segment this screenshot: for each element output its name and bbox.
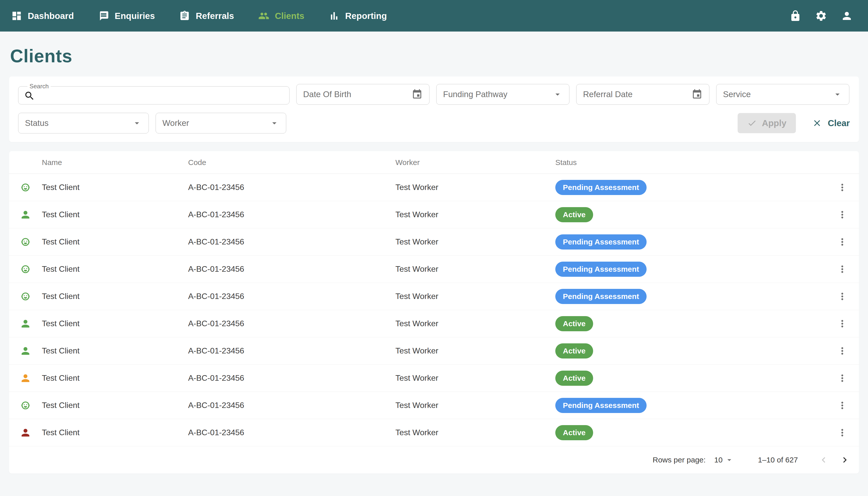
- chevron-down-icon: [553, 89, 563, 99]
- search-field[interactable]: Search: [18, 83, 289, 105]
- child-face-icon: [20, 182, 31, 193]
- more-vert-icon: [837, 345, 848, 356]
- funding-pathway-label: Funding Pathway: [443, 90, 553, 99]
- chat-bubble-icon: [98, 10, 109, 21]
- client-type-icon: [20, 209, 42, 220]
- column-header-status: Status: [555, 158, 826, 167]
- clear-button-label: Clear: [828, 118, 850, 128]
- clear-button[interactable]: Clear: [812, 118, 850, 128]
- table-row[interactable]: Test Client A-BC-01-23456 Test Worker Pe…: [9, 174, 859, 201]
- client-worker: Test Worker: [395, 428, 555, 437]
- client-type-icon: [20, 345, 42, 357]
- client-worker: Test Worker: [395, 292, 555, 301]
- chevron-right-icon: [839, 454, 850, 465]
- client-code: A-BC-01-23456: [188, 346, 395, 355]
- previous-page-button[interactable]: [818, 454, 829, 465]
- referral-date-label: Referral Date: [583, 90, 692, 99]
- settings-gear-icon: [815, 10, 827, 22]
- nav-item-enquiries[interactable]: Enquiries: [98, 10, 155, 21]
- client-type-icon: [20, 318, 42, 329]
- status-badge: Pending Assessment: [555, 180, 647, 195]
- nav-item-referrals[interactable]: Referrals: [179, 10, 234, 21]
- table-row[interactable]: Test Client A-BC-01-23456 Test Worker Ac…: [9, 310, 859, 337]
- child-face-icon: [20, 400, 31, 411]
- table-row[interactable]: Test Client A-BC-01-23456 Test Worker Pe…: [9, 283, 859, 310]
- client-type-icon: [20, 182, 42, 193]
- person-icon: [20, 427, 31, 438]
- child-face-icon: [20, 263, 31, 275]
- person-icon: [20, 209, 31, 220]
- client-name: Test Client: [42, 401, 188, 410]
- search-input[interactable]: [39, 91, 284, 100]
- person-icon: [20, 318, 31, 329]
- funding-pathway-select[interactable]: Funding Pathway: [436, 84, 569, 105]
- filter-row-1: Search Date Of Birth Funding Pathway Ref…: [18, 84, 850, 105]
- client-name: Test Client: [42, 428, 188, 437]
- client-name: Test Client: [42, 373, 188, 383]
- client-name: Test Client: [42, 264, 188, 274]
- column-header-code: Code: [188, 158, 395, 167]
- apply-button[interactable]: Apply: [738, 113, 796, 133]
- calendar-icon: [692, 89, 703, 100]
- nav-item-dashboard[interactable]: Dashboard: [11, 10, 74, 21]
- row-menu-button[interactable]: [837, 373, 848, 384]
- service-select[interactable]: Service: [716, 84, 849, 105]
- date-of-birth-field[interactable]: Date Of Birth: [296, 84, 429, 105]
- chevron-down-icon: [725, 455, 734, 464]
- nav-item-reporting[interactable]: Reporting: [329, 10, 387, 21]
- person-icon: [20, 372, 31, 384]
- row-menu-button[interactable]: [837, 236, 848, 248]
- chevron-down-icon: [269, 118, 280, 128]
- row-menu-button[interactable]: [837, 209, 848, 220]
- row-menu-button[interactable]: [837, 345, 848, 356]
- client-code: A-BC-01-23456: [188, 319, 395, 328]
- filter-row-2: Status Worker Apply Clear: [18, 113, 850, 134]
- clipboard-icon: [179, 10, 190, 21]
- row-menu-button[interactable]: [837, 400, 848, 411]
- status-select[interactable]: Status: [18, 113, 149, 134]
- next-page-button[interactable]: [839, 454, 850, 465]
- client-name: Test Client: [42, 292, 188, 301]
- service-label: Service: [723, 90, 833, 99]
- child-face-icon: [20, 291, 31, 302]
- client-type-icon: [20, 236, 42, 248]
- table-row[interactable]: Test Client A-BC-01-23456 Test Worker Ac…: [9, 337, 859, 365]
- date-of-birth-label: Date Of Birth: [303, 90, 412, 99]
- row-menu-button[interactable]: [837, 427, 848, 438]
- status-badge: Active: [555, 425, 593, 440]
- row-menu-button[interactable]: [837, 291, 848, 302]
- nav-item-clients[interactable]: Clients: [258, 10, 304, 21]
- nav-label: Reporting: [345, 11, 387, 21]
- status-badge: Pending Assessment: [555, 262, 647, 277]
- row-menu-button[interactable]: [837, 264, 848, 275]
- status-label: Status: [25, 118, 132, 128]
- apply-button-label: Apply: [762, 118, 786, 128]
- account-button[interactable]: [841, 10, 853, 22]
- referral-date-field[interactable]: Referral Date: [576, 84, 709, 105]
- lock-button[interactable]: [789, 10, 801, 22]
- filter-actions: Apply Clear: [738, 113, 850, 133]
- client-code: A-BC-01-23456: [188, 373, 395, 383]
- table-row[interactable]: Test Client A-BC-01-23456 Test Worker Ac…: [9, 365, 859, 392]
- more-vert-icon: [837, 291, 848, 302]
- row-menu-button[interactable]: [837, 182, 848, 193]
- table-row[interactable]: Test Client A-BC-01-23456 Test Worker Pe…: [9, 255, 859, 283]
- top-navbar: Dashboard Enquiries Referrals Clients Re…: [0, 0, 868, 32]
- nav-label: Dashboard: [28, 11, 74, 21]
- status-badge: Active: [555, 207, 593, 222]
- people-icon: [258, 10, 269, 21]
- table-row[interactable]: Test Client A-BC-01-23456 Test Worker Ac…: [9, 419, 859, 446]
- more-vert-icon: [837, 373, 848, 384]
- rows-per-page-select[interactable]: 10: [714, 455, 733, 464]
- status-badge: Active: [555, 316, 593, 331]
- table-row[interactable]: Test Client A-BC-01-23456 Test Worker Pe…: [9, 392, 859, 419]
- table-row[interactable]: Test Client A-BC-01-23456 Test Worker Ac…: [9, 201, 859, 228]
- status-badge: Pending Assessment: [555, 398, 647, 413]
- row-menu-button[interactable]: [837, 318, 848, 329]
- worker-label: Worker: [162, 118, 269, 128]
- table-header: Name Code Worker Status: [9, 151, 859, 174]
- more-vert-icon: [837, 182, 848, 193]
- worker-select[interactable]: Worker: [156, 113, 286, 134]
- settings-button[interactable]: [815, 10, 827, 22]
- table-row[interactable]: Test Client A-BC-01-23456 Test Worker Pe…: [9, 228, 859, 255]
